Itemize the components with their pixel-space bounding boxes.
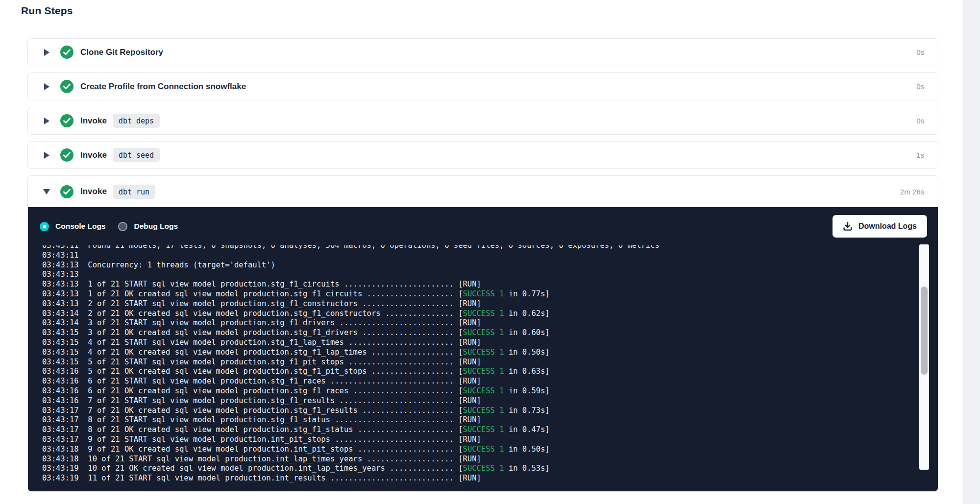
log-status: [RUN] xyxy=(454,338,481,347)
expand-caret-icon[interactable] xyxy=(43,152,50,159)
log-message: 2 of 21 START sql view model production.… xyxy=(88,299,454,308)
log-status: [RUN] xyxy=(454,415,481,424)
log-timestamp: 03:43:15 xyxy=(42,328,88,337)
log-status: [SUCCESS 1 in 0.60s] xyxy=(454,328,550,337)
run-step-card: Clone Git Repository 0s xyxy=(27,38,938,66)
log-line: 03:43:15 4 of 21 OK created sql view mod… xyxy=(42,348,938,358)
radio-selected-icon xyxy=(40,222,49,231)
step-label: Clone Git Repository xyxy=(80,48,163,57)
log-status: [RUN] xyxy=(454,377,481,385)
run-step-header[interactable]: Clone Git Repository 0s xyxy=(28,39,938,66)
step-duration: 0s xyxy=(916,117,924,125)
log-timestamp: 03:43:13 xyxy=(42,299,88,308)
step-duration: 1s xyxy=(916,151,924,159)
log-status: [RUN] xyxy=(454,358,481,366)
run-step-header[interactable]: Create Profile from Connection snowflake… xyxy=(28,73,938,100)
log-message: 2 of 21 OK created sql view model produc… xyxy=(88,309,454,318)
log-line: 03:43:16 6 of 21 START sql view model pr… xyxy=(42,377,938,386)
log-timestamp: 03:43:14 xyxy=(42,309,88,318)
log-line: 03:43:17 7 of 21 OK created sql view mod… xyxy=(42,406,938,416)
log-status: [SUCCESS 1 in 0.59s] xyxy=(454,386,550,395)
log-line: 03:43:16 5 of 21 OK created sql view mod… xyxy=(42,367,938,377)
log-status: [SUCCESS 1 in 0.62s] xyxy=(454,309,550,318)
log-line: 03:43:13 Concurrency: 1 threads (target=… xyxy=(42,261,938,270)
log-message: Found 21 models, 17 tests, 0 snapshots, … xyxy=(88,245,659,250)
caret-right-icon xyxy=(44,152,49,159)
log-timestamp: 03:43:17 xyxy=(42,425,88,434)
log-timestamp: 03:43:13 xyxy=(42,289,88,298)
log-line: 03:43:19 10 of 21 OK created sql view mo… xyxy=(42,464,938,474)
step-label: Invoke xyxy=(80,187,107,196)
log-line: 03:43:13 1 of 21 OK created sql view mod… xyxy=(42,289,938,299)
log-status: [RUN] xyxy=(454,396,481,405)
log-message: 6 of 21 OK created sql view model produc… xyxy=(88,386,454,395)
step-command-badge: dbt deps xyxy=(113,114,160,128)
log-message: 8 of 21 START sql view model production.… xyxy=(88,415,454,424)
log-timestamp: 03:43:19 xyxy=(42,474,88,482)
success-check-icon xyxy=(60,148,74,162)
console-logs-radio[interactable]: Console Logs xyxy=(40,222,105,231)
expand-caret-icon[interactable] xyxy=(43,49,50,56)
log-line: 03:43:11 xyxy=(42,251,938,261)
page-title: Run Steps xyxy=(21,5,73,17)
log-message: 4 of 21 START sql view model production.… xyxy=(88,338,454,347)
log-message: 10 of 21 OK created sql view model produ… xyxy=(88,464,454,473)
radio-unselected-icon xyxy=(118,222,127,231)
log-scrollbar[interactable] xyxy=(919,244,929,470)
log-line: 03:43:13 1 of 21 START sql view model pr… xyxy=(42,280,938,289)
log-line: 03:43:14 3 of 21 START sql view model pr… xyxy=(42,318,938,328)
log-message: 7 of 21 START sql view model production.… xyxy=(88,396,454,405)
run-step-header[interactable]: Invoke dbt deps 0s xyxy=(28,107,938,134)
log-status: [RUN] xyxy=(454,474,481,482)
log-message: 5 of 21 START sql view model production.… xyxy=(88,358,454,366)
download-logs-button[interactable]: Download Logs xyxy=(833,215,927,238)
console-log-output[interactable]: 03:43:11 Found 21 models, 17 tests, 0 sn… xyxy=(28,245,938,491)
log-line: 03:43:19 11 of 21 START sql view model p… xyxy=(42,474,938,483)
log-timestamp: 03:43:14 xyxy=(42,318,88,327)
log-status: [SUCCESS 1 in 0.77s] xyxy=(454,289,550,298)
log-line: 03:43:11 Found 21 models, 17 tests, 0 sn… xyxy=(42,245,938,251)
log-message: 11 of 21 START sql view model production… xyxy=(88,474,454,482)
log-status: [SUCCESS 1 in 0.50s] xyxy=(454,445,550,454)
run-step-card: Invoke dbt deps 0s xyxy=(27,107,938,135)
run-step-card: Create Profile from Connection snowflake… xyxy=(27,72,938,100)
debug-logs-radio[interactable]: Debug Logs xyxy=(118,222,178,231)
log-message: 4 of 21 OK created sql view model produc… xyxy=(88,348,454,357)
log-message: 9 of 21 START sql view model production.… xyxy=(88,435,454,444)
log-scrollbar-thumb[interactable] xyxy=(921,287,928,375)
log-line: 03:43:16 7 of 21 START sql view model pr… xyxy=(42,396,938,406)
debug-logs-label: Debug Logs xyxy=(134,222,178,231)
step-command-badge: dbt seed xyxy=(113,148,160,162)
log-timestamp: 03:43:17 xyxy=(42,415,88,424)
run-step-header[interactable]: Invoke dbt seed 1s xyxy=(28,142,938,168)
expand-caret-icon[interactable] xyxy=(43,188,50,195)
success-check-icon xyxy=(60,80,74,93)
log-line: 03:43:15 3 of 21 OK created sql view mod… xyxy=(42,328,938,338)
log-message: 6 of 21 START sql view model production.… xyxy=(88,377,454,385)
run-step-header[interactable]: Invoke dbt run 2m 26s xyxy=(28,176,938,207)
page-right-gutter xyxy=(963,0,980,504)
log-message: 5 of 21 OK created sql view model produc… xyxy=(88,367,454,376)
log-timestamp: 03:43:17 xyxy=(42,406,88,415)
log-line: 03:43:16 6 of 21 OK created sql view mod… xyxy=(42,386,938,396)
step-label: Invoke xyxy=(80,150,107,160)
log-message: 8 of 21 OK created sql view model produc… xyxy=(88,425,454,434)
log-panel: Console Logs Debug Logs Download Logs 03… xyxy=(28,207,938,491)
caret-right-icon xyxy=(44,118,49,124)
log-status: [SUCCESS 1 in 0.50s] xyxy=(454,348,550,357)
log-timestamp: 03:43:15 xyxy=(42,358,88,366)
log-message: 3 of 21 START sql view model production.… xyxy=(88,318,454,327)
caret-down-icon xyxy=(43,189,50,194)
log-message: 7 of 21 OK created sql view model produc… xyxy=(88,406,454,415)
expand-caret-icon[interactable] xyxy=(43,83,50,90)
log-status: [SUCCESS 1 in 0.47s] xyxy=(454,425,550,434)
log-status: [RUN] xyxy=(454,299,481,308)
log-message: Concurrency: 1 threads (target='default'… xyxy=(88,261,275,269)
step-duration: 2m 26s xyxy=(900,188,924,196)
step-command-badge: dbt run xyxy=(113,185,155,199)
log-timestamp: 03:43:16 xyxy=(42,386,88,395)
log-line: 03:43:18 10 of 21 START sql view model p… xyxy=(42,455,938,464)
log-status: [RUN] xyxy=(454,280,481,288)
expand-caret-icon[interactable] xyxy=(43,118,50,124)
log-timestamp: 03:43:11 xyxy=(42,251,88,260)
